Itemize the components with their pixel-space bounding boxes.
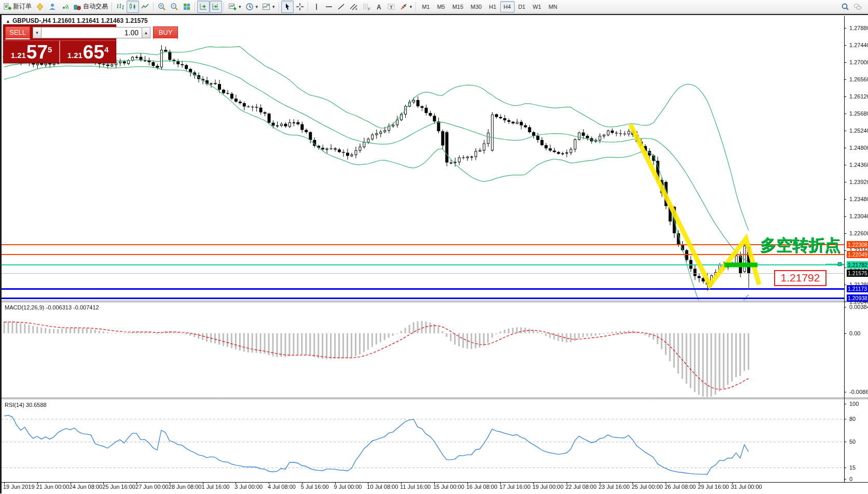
timeframe-mn-button[interactable]: MN	[545, 1, 561, 12]
sell-price-main: 57	[26, 44, 48, 61]
macd-axis-label: 0.00	[849, 330, 860, 336]
chart-shift-button[interactable]	[210, 1, 222, 13]
chart-window: ▲GBPUSD-,H4 1.21601 1.21641 1.21463 1.21…	[0, 14, 868, 493]
mt4-terminal: { "toolbar": { "groups": [ {"items":[{"i…	[0, 0, 868, 494]
arrows-button[interactable]: ▾	[397, 1, 415, 13]
autotrade-button[interactable]: 自动交易	[71, 1, 110, 13]
time-axis-label: 9 Jul 00:00	[334, 484, 362, 490]
community-button[interactable]	[46, 1, 59, 13]
signals-button[interactable]	[59, 1, 71, 13]
new-chart-button[interactable]: ▾	[226, 1, 243, 13]
time-axis-label: 21 Jun 00:00	[36, 484, 70, 490]
vertical-line-button[interactable]	[310, 1, 323, 13]
auto-scroll-button[interactable]	[197, 1, 210, 13]
arrows-icon	[399, 3, 408, 11]
signals-icon	[61, 3, 69, 11]
time-axis-label: 27 Jun 00:00	[135, 484, 169, 490]
trendline-button[interactable]	[335, 1, 348, 13]
title-collapse-icon[interactable]: ▲	[6, 19, 10, 24]
timeframe-h1-button[interactable]: H1	[486, 1, 500, 12]
price-tick-label: 1.25240	[849, 128, 868, 134]
text-button[interactable]: A	[373, 1, 385, 13]
zoom-out-button[interactable]	[168, 1, 181, 13]
tile-windows-button[interactable]	[181, 1, 193, 13]
time-axis-label: 19 Jul 00:00	[532, 484, 563, 490]
line-chart-button[interactable]	[139, 1, 151, 13]
time-axis-label: 29 Jul 16:00	[698, 484, 729, 490]
symbol-ohlc-text: GBPUSD-,H4 1.21601 1.21641 1.21463 1.215…	[12, 17, 148, 24]
time-axis-label: 26 Jul 08:00	[665, 484, 696, 490]
timeframe-m15-button[interactable]: M15	[449, 1, 467, 12]
cursor-button[interactable]	[281, 1, 294, 13]
fibonacci-button[interactable]: F	[360, 1, 373, 13]
price-tick-label: 1.25680	[849, 110, 868, 117]
zoom-out-icon	[170, 3, 178, 11]
editor-button[interactable]	[34, 1, 46, 13]
periods-icon	[245, 3, 254, 11]
macd-indicator-label: MACD(12,26,9) -0.006313 -0.007412	[5, 304, 99, 310]
buy-button[interactable]: BUY	[153, 26, 178, 39]
price-tag: 1.21575	[847, 270, 868, 277]
dropdown-arrow-icon[interactable]: ▾	[239, 4, 241, 9]
bar-chart-icon	[116, 3, 125, 11]
timeframe-w1-button[interactable]: W1	[529, 1, 545, 12]
svg-text:A: A	[377, 3, 381, 10]
volume-increase-button[interactable]: ▲	[142, 27, 150, 38]
periods-button[interactable]: ▾	[243, 1, 260, 13]
volume-input[interactable]	[42, 27, 142, 38]
zoom-in-button[interactable]	[156, 1, 168, 13]
volume-decrease-button[interactable]: ▼	[33, 27, 42, 38]
svg-text:T: T	[390, 4, 393, 9]
horizontal-line-button[interactable]	[323, 1, 335, 13]
text-label-button[interactable]: T	[385, 1, 397, 13]
buy-price[interactable]: 1.21 65 4	[60, 41, 116, 63]
price-tick-label: 1.26120	[849, 93, 868, 100]
toolbar-separator	[112, 2, 113, 11]
dropdown-arrow-icon[interactable]: ▾	[410, 4, 412, 9]
dropdown-arrow-icon[interactable]: ▾	[256, 4, 258, 9]
price-tick-label: 1.27440	[849, 42, 868, 48]
autotrade-label: 自动交易	[83, 2, 108, 11]
rsi-indicator-label: RSI(14) 30.6588	[5, 402, 47, 408]
timeframe-d1-button[interactable]: D1	[515, 1, 529, 12]
candle-chart-button[interactable]	[127, 1, 139, 13]
time-axis-label: 25 Jul 00:00	[631, 484, 663, 490]
price-tick-label: 1.27000	[849, 59, 868, 65]
one-click-trade-panel: SELL ▼ ▲ BUY 1.21 57 5 1.21 65 4	[3, 24, 116, 63]
channel-button[interactable]: E	[348, 1, 360, 13]
svg-text:F: F	[368, 7, 370, 10]
crosshair-button[interactable]	[294, 1, 306, 13]
rsi-axis-label: 100	[849, 401, 859, 407]
price-tick-label: 1.27880	[849, 25, 868, 31]
templates-button[interactable]: ▾	[260, 1, 277, 13]
chart-shift-icon	[212, 3, 220, 11]
buy-price-pip: 4	[104, 42, 108, 58]
dropdown-arrow-icon[interactable]: ▾	[272, 4, 275, 9]
zoom-in-icon	[158, 3, 166, 11]
editor-icon	[36, 3, 44, 11]
bar-chart-button[interactable]	[114, 1, 127, 13]
sell-button[interactable]: SELL	[5, 26, 30, 39]
price-tick-label: 1.24360	[849, 162, 868, 168]
new-order-label: 新订单	[13, 2, 32, 11]
channel-icon: E	[350, 3, 358, 11]
price-tag: 1.21782	[847, 261, 868, 269]
timeframe-m1-button[interactable]: M1	[418, 1, 433, 12]
new-order-button[interactable]: 新订单	[1, 1, 34, 13]
price-callout-box[interactable]: 1.21792	[774, 270, 826, 286]
timeframe-h4-button[interactable]: H4	[500, 1, 515, 12]
buy-price-prefix: 1.21	[67, 50, 82, 61]
search-icon[interactable]	[839, 1, 851, 13]
chart-canvas[interactable]	[2, 15, 868, 493]
timeframe-m30-button[interactable]: M30	[467, 1, 485, 12]
price-tick-label: 1.26560	[849, 76, 868, 82]
price-tick-label: 1.24800	[849, 145, 868, 151]
time-axis-label: 25 Jun 16:00	[102, 484, 135, 490]
rsi-axis-label: 80	[849, 416, 856, 422]
templates-icon	[262, 3, 270, 11]
price-tick-label: 1.23040	[849, 213, 868, 219]
time-axis-label: 4 Jul 08:00	[268, 484, 296, 490]
chat-icon[interactable]	[851, 1, 864, 13]
sell-price[interactable]: 1.21 57 5	[4, 41, 60, 63]
timeframe-m5-button[interactable]: M5	[433, 1, 448, 12]
